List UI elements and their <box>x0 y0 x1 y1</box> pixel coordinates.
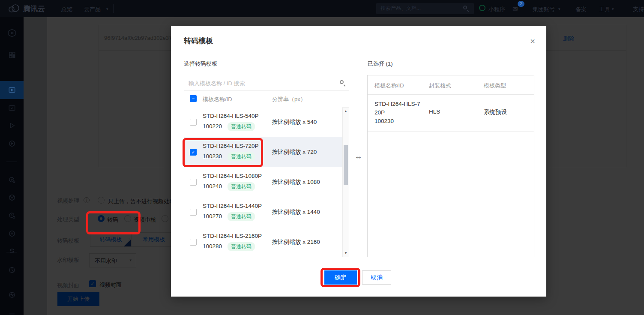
template-tag: 普通转码 <box>228 182 255 191</box>
search-icon[interactable] <box>340 80 344 84</box>
nav-overview[interactable]: 总览 <box>61 6 72 13</box>
template-tag: 普通转码 <box>228 152 255 161</box>
template-id: 100220 <box>203 123 222 129</box>
selected-name-text: STD-H264-HLS-720P <box>374 101 420 116</box>
list-icon <box>8 312 16 315</box>
nav-cloud-products[interactable]: 云产品 <box>84 6 101 13</box>
template-id: 100270 <box>203 213 222 219</box>
sidebar-item-hex-play[interactable] <box>0 135 24 153</box>
cancel-button[interactable]: 取消 <box>362 270 391 285</box>
hexagon-upload-icon <box>8 230 16 237</box>
clock-gear-icon <box>8 212 16 219</box>
vod-logo-icon <box>7 28 17 38</box>
template-row[interactable]: STD-H264-HLS-540P 100220 普通转码 按比例缩放 x 54… <box>184 107 342 137</box>
scrollbar[interactable]: ▲ ▼ <box>342 107 349 257</box>
template-row[interactable]: STD-H264-HLS-1080P 100240 普通转码 按比例缩放 x 1… <box>184 167 342 197</box>
sidebar-divider <box>6 252 17 252</box>
column-resolution: 分辨率（px） <box>272 96 306 103</box>
template-search[interactable] <box>184 76 349 90</box>
selected-type: 系统预设 <box>484 108 507 116</box>
scrollbar-thumb[interactable] <box>344 145 348 185</box>
sidebar-item-cube[interactable] <box>0 189 24 207</box>
selected-id-text: 100230 <box>374 118 394 124</box>
row-checkbox[interactable] <box>190 239 197 246</box>
miniprogram-icon[interactable] <box>479 5 485 11</box>
template-resolution: 按比例缩放 x 540 <box>272 118 317 126</box>
sidebar-item-play-settings[interactable] <box>0 171 24 189</box>
template-resolution: 按比例缩放 x 1440 <box>272 208 320 216</box>
selected-row: STD-H264-HLS-720P100230 HLS 系统预设 <box>368 95 534 132</box>
check-square-icon <box>8 104 16 112</box>
screen: 96f9714af0c2b97ad302e37 删除 视频处理 i 只上传，暂不… <box>0 0 644 315</box>
mail-badge[interactable]: 2 <box>518 1 524 7</box>
row-checkbox[interactable] <box>190 149 197 156</box>
transcode-template-dialog: 转码模板 × 选择转码模板 已选择 (1) 模板名称/ID 分辨率（px） ST… <box>171 26 546 297</box>
template-list-panel: 模板名称/ID 分辨率（px） STD-H264-HLS-540P 100220… <box>184 76 349 257</box>
topbar-divider <box>113 4 114 13</box>
template-id: 100230 <box>203 153 222 159</box>
list-header: 模板名称/ID 分辨率（px） <box>184 90 349 107</box>
column-type: 模板类型 <box>484 82 506 90</box>
miniprogram-link[interactable]: 小程序 <box>488 6 505 13</box>
sidebar-item-tasks[interactable] <box>0 207 24 225</box>
template-row[interactable]: STD-H264-HLS-2160P 100280 普通转码 按比例缩放 x 2… <box>184 227 342 257</box>
chevron-down-icon: ▾ <box>612 7 614 11</box>
sidebar-item-upload[interactable] <box>0 225 24 243</box>
pie-chart-icon <box>8 266 16 274</box>
account-menu[interactable]: 集团账号 <box>533 6 555 13</box>
template-tag: 普通转码 <box>228 242 255 251</box>
row-checkbox[interactable] <box>190 179 197 186</box>
mail-icon[interactable]: ✉ <box>512 5 518 13</box>
sidebar-item-playback[interactable] <box>0 117 24 135</box>
template-row[interactable]: STD-H264-HLS-720P 100230 普通转码 按比例缩放 x 72… <box>184 137 342 167</box>
select-all-checkbox[interactable] <box>190 95 197 102</box>
sidebar-item-stats[interactable] <box>0 261 24 279</box>
chevron-down-icon: ▾ <box>558 7 560 11</box>
hexagon-play-icon <box>8 140 16 147</box>
layers-icon <box>8 248 16 255</box>
confirm-button[interactable]: 确定 <box>324 270 357 285</box>
template-search-input[interactable] <box>184 76 330 90</box>
scroll-down-icon[interactable]: ▼ <box>344 251 347 255</box>
dialog-title: 转码模板 <box>184 36 213 46</box>
template-id: 100280 <box>203 243 222 249</box>
column-format: 封装格式 <box>429 82 451 90</box>
cube-icon <box>8 194 16 201</box>
sidebar <box>0 17 24 315</box>
column-name: 模板名称/ID <box>374 82 404 90</box>
row-checkbox[interactable] <box>190 119 197 126</box>
tools-menu[interactable]: 工具 <box>599 6 610 13</box>
template-list: STD-H264-HLS-540P 100220 普通转码 按比例缩放 x 54… <box>184 107 349 257</box>
select-template-label: 选择转码模板 <box>184 60 217 68</box>
column-name: 模板名称/ID <box>203 96 232 103</box>
sidebar-item-menu[interactable] <box>0 307 24 315</box>
template-tag: 普通转码 <box>228 122 255 131</box>
topbar-search-input[interactable] <box>380 3 458 13</box>
tencent-cloud-logo-text[interactable]: 腾讯云 <box>23 4 45 14</box>
beian-link[interactable]: 备案 <box>575 6 587 13</box>
sidebar-item-review[interactable] <box>0 99 24 117</box>
template-name: STD-H264-HLS-720P <box>203 143 259 149</box>
row-checkbox[interactable] <box>190 209 197 216</box>
exchange-arrow-icon: ↔ <box>354 152 362 161</box>
selected-count-label: 已选择 (1) <box>368 60 393 68</box>
template-name: STD-H264-HLS-2160P <box>203 233 262 239</box>
sidebar-item-monitor[interactable] <box>0 286 24 304</box>
chevron-down-icon: ▾ <box>106 7 108 11</box>
topbar-search[interactable] <box>376 3 474 14</box>
sidebar-item-vod-logo[interactable] <box>0 24 24 42</box>
play-icon <box>8 122 16 129</box>
tencent-cloud-logo-icon[interactable] <box>7 3 21 15</box>
sidebar-item-layers[interactable] <box>0 243 24 261</box>
sidebar-item-media-assets[interactable] <box>0 81 24 99</box>
search-icon[interactable] <box>463 6 467 9</box>
close-icon[interactable]: × <box>530 37 535 45</box>
scroll-up-icon[interactable]: ▲ <box>344 109 347 113</box>
selected-template-name: STD-H264-HLS-720P100230 <box>374 100 421 126</box>
grid-icon <box>8 51 16 59</box>
template-resolution: 按比例缩放 x 2160 <box>272 238 320 246</box>
template-row[interactable]: STD-H264-HLS-1440P 100270 普通转码 按比例缩放 x 1… <box>184 197 342 227</box>
sidebar-item-overview[interactable] <box>0 46 24 64</box>
sidebar-divider <box>6 162 17 162</box>
support-menu[interactable]: 支持 <box>633 6 644 13</box>
